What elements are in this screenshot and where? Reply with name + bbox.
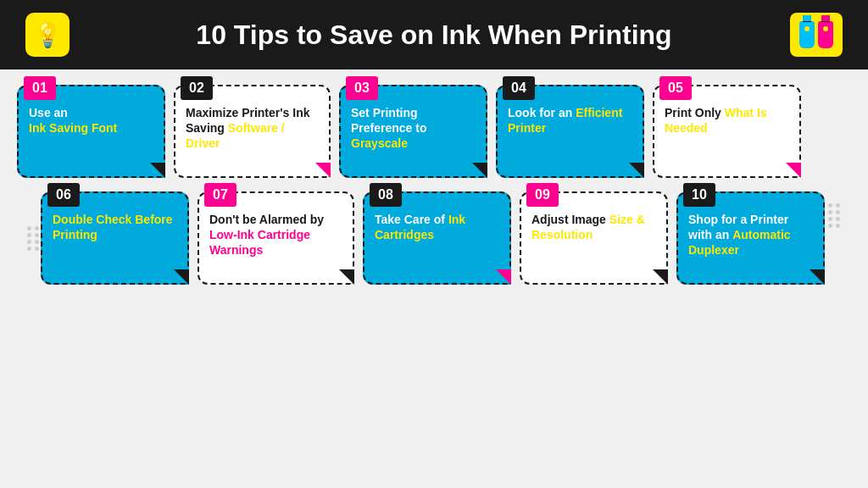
tip-text-02: Maximize Printer's Ink Saving Software /… — [186, 105, 319, 152]
tip-card-07: 07 Don't be Alarmed by Low-Ink Cartridge… — [198, 191, 354, 285]
tip-text-09: Adjust Image Size & Resolution — [531, 212, 656, 242]
tip-arrow-08 — [496, 269, 511, 285]
tip-number-10: 10 — [683, 183, 715, 207]
page-title: 10 Tips to Save on Ink When Printing — [196, 19, 671, 51]
tip-arrow-01 — [150, 163, 165, 178]
tip-number-07: 07 — [204, 183, 236, 207]
ink-bottle-1 — [799, 21, 815, 48]
main-content: 01 Use an Ink Saving Font 02 Maximize Pr… — [0, 69, 868, 488]
tip-text-03: Set Printing Preference to Grayscale — [351, 105, 476, 152]
tips-row-2: 06 Double Check Before Printing 07 Don't… — [41, 191, 851, 285]
tips-row-1: 01 Use an Ink Saving Font 02 Maximize Pr… — [17, 85, 851, 178]
tip-text-08: Take Care of Ink Cartridges — [375, 212, 499, 242]
lightbulb-icon: 💡 — [33, 21, 63, 49]
tip-text-05: Print Only What Is Needed — [665, 105, 789, 136]
tip-arrow-10 — [810, 269, 825, 285]
header: 💡 10 Tips to Save on Ink When Printing — [0, 0, 868, 69]
tip-text-01: Use an Ink Saving Font — [29, 105, 153, 136]
tip-number-08: 08 — [370, 183, 402, 207]
tip-number-09: 09 — [526, 183, 559, 207]
tip-number-06: 06 — [47, 183, 80, 207]
tip-card-04: 04 Look for an Efficient Printer — [496, 85, 644, 178]
tip-arrow-07 — [339, 269, 354, 285]
tip-card-05: 05 Print Only What Is Needed — [653, 85, 801, 178]
tip-number-02: 02 — [181, 76, 213, 100]
tips-container: 01 Use an Ink Saving Font 02 Maximize Pr… — [17, 85, 851, 285]
tip-card-01: 01 Use an Ink Saving Font — [17, 85, 165, 178]
tip-card-02: 02 Maximize Printer's Ink Saving Softwar… — [174, 85, 331, 178]
ink-cartridge-icon — [790, 13, 843, 57]
tip-arrow-09 — [653, 269, 668, 285]
tip-text-07: Don't be Alarmed by Low-Ink Cartridge Wa… — [209, 212, 342, 258]
tip-card-10: 10 Shop for a Printer with an Automatic … — [676, 191, 825, 285]
tip-arrow-06 — [174, 269, 189, 285]
tip-arrow-02 — [315, 163, 331, 178]
tip-card-03: 03 Set Printing Preference to Grayscale — [339, 85, 487, 178]
tip-arrow-05 — [786, 163, 801, 178]
tip-arrow-04 — [629, 163, 644, 178]
tip-card-06: 06 Double Check Before Printing — [41, 191, 189, 285]
tip-number-01: 01 — [24, 76, 56, 100]
tip-number-05: 05 — [659, 76, 692, 100]
ink-bottle-2 — [818, 21, 833, 48]
tip-text-04: Look for an Efficient Printer — [508, 105, 632, 136]
tip-number-03: 03 — [346, 76, 378, 100]
tip-card-08: 08 Take Care of Ink Cartridges — [363, 191, 511, 285]
tip-card-09: 09 Adjust Image Size & Resolution — [520, 191, 668, 285]
tip-text-06: Double Check Before Printing — [53, 212, 177, 242]
tip-text-10: Shop for a Printer with an Automatic Dup… — [688, 212, 813, 258]
tip-number-04: 04 — [503, 76, 535, 100]
header-logo: 💡 — [25, 13, 70, 57]
tip-arrow-03 — [472, 163, 487, 178]
